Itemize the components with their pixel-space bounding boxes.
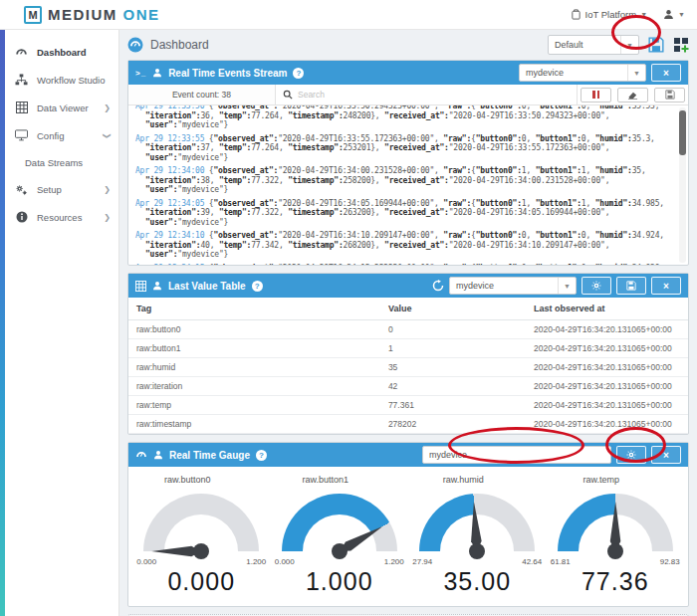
event-count: Event count: 38: [128, 85, 276, 104]
table-cell: 2020-04-29T16:34:20.131065+00:00: [526, 358, 688, 377]
info-icon: [15, 211, 28, 223]
device-input[interactable]: [422, 446, 611, 464]
brand-one: ONE: [123, 6, 160, 23]
brand-logo: M MEDIUM ONE: [24, 6, 160, 24]
sidebar-item-config[interactable]: Config ❯: [5, 121, 118, 149]
sidebar-item-resources[interactable]: Resources ❯: [5, 203, 118, 231]
gauge: raw.button0 0.000 1.200 0.000: [132, 475, 271, 596]
export-stream-button[interactable]: [654, 88, 685, 103]
gear-icon: [591, 281, 601, 291]
widget-settings-button[interactable]: [616, 446, 646, 464]
column-header: Last observed at: [526, 298, 688, 320]
table-cell: 35: [380, 358, 526, 377]
sidebar-item-data-viewer[interactable]: Data Viewer ❯: [5, 94, 118, 121]
help-icon[interactable]: ?: [293, 68, 304, 79]
device-select[interactable]: mydevice ▼: [519, 64, 646, 82]
log-entry: Apr 29 12:34:10 {"observed_at":"2020-04-…: [135, 231, 674, 260]
save-dashboard-button[interactable]: [648, 37, 664, 53]
log-json: {"observed_at":"2020-04-29T16:34:00.2315…: [145, 166, 646, 194]
close-icon: ×: [663, 281, 669, 292]
gear-icon: [626, 450, 636, 460]
gauge-min: 0.000: [136, 557, 156, 566]
page-header: Dashboard Default ▼: [127, 30, 689, 60]
clear-stream-button[interactable]: [617, 88, 648, 103]
table-row: raw:timestamp2782022020-04-29T16:34:20.1…: [128, 415, 688, 434]
refresh-icon[interactable]: [432, 280, 444, 292]
speedometer-icon: [135, 449, 147, 461]
log-timestamp: Apr 29 12:34:05: [135, 199, 204, 208]
table-cell: 2020-04-29T16:34:20.131065+00:00: [526, 377, 688, 396]
search-input[interactable]: [298, 90, 570, 100]
help-icon[interactable]: ?: [252, 281, 263, 292]
save-icon: [665, 90, 675, 100]
gauge-min: 0.000: [275, 557, 295, 566]
pause-stream-button[interactable]: [581, 88, 611, 103]
sitemap-icon: [15, 74, 28, 86]
help-icon[interactable]: ?: [256, 450, 267, 461]
export-widget-button[interactable]: [616, 277, 646, 295]
dashboard-select-value: Default: [549, 40, 620, 50]
table-cell: 278202: [380, 415, 526, 434]
log-entry: Apr 29 12:33:50 {"observed_at":"2020-04-…: [135, 105, 674, 130]
gauge-value: 77.36: [581, 567, 649, 596]
device-select-value: mydevice: [520, 68, 627, 78]
device-select-value: mydevice: [450, 281, 558, 291]
log-json: {"observed_at":"2020-04-29T16:33:50.2943…: [145, 105, 659, 129]
chevron-right-icon: ❯: [104, 213, 111, 222]
gauge-value: 35.00: [443, 567, 511, 596]
search-icon: [283, 90, 293, 100]
sidebar-item-data-streams[interactable]: Data Streams: [5, 149, 118, 175]
column-header: Tag: [128, 298, 380, 320]
user-icon: [663, 9, 674, 20]
table-cell: 2020-04-29T16:34:20.131065+00:00: [526, 339, 688, 358]
close-widget-button[interactable]: ×: [651, 277, 681, 295]
log-json: {"observed_at":"2020-04-29T16:33:55.1723…: [145, 134, 655, 162]
last-value-tbody: raw:button002020-04-29T16:34:20.131065+0…: [128, 320, 688, 434]
terminal-icon: >_: [135, 69, 146, 78]
table-cell: raw:humid: [128, 358, 380, 377]
table-cell: raw:button1: [128, 339, 380, 358]
chevron-right-icon: ❯: [104, 103, 111, 112]
event-log: Apr 29 12:33:50 {"observed_at":"2020-04-…: [135, 105, 674, 265]
table-cell: 2020-04-29T16:34:20.131065+00:00: [526, 396, 688, 415]
table-icon: [135, 281, 146, 292]
widget-title: Real Time Gauge: [169, 450, 250, 461]
close-widget-button[interactable]: ×: [651, 446, 681, 464]
log-entry: Apr 29 12:33:55 {"observed_at":"2020-04-…: [135, 134, 674, 163]
pause-icon: [597, 91, 600, 99]
events-stream-widget: >_ Real Time Events Stream ? mydevice ▼ …: [127, 60, 689, 266]
table-cell: 77.361: [380, 396, 526, 415]
last-value-table: Tag Value Last observed at raw:button002…: [128, 298, 688, 434]
sidebar-item-label: Config: [37, 130, 64, 141]
event-log-area: Apr 29 12:33:50 {"observed_at":"2020-04-…: [128, 105, 688, 265]
sidebar-item-label: Dashboard: [37, 47, 87, 58]
table-cell: 2020-04-29T16:34:20.131065+00:00: [526, 415, 688, 434]
sidebar-item-setup[interactable]: Setup ❯: [5, 175, 118, 203]
close-widget-button[interactable]: ×: [651, 64, 681, 82]
gauge-needle-pivot: [607, 543, 623, 559]
widget-settings-button[interactable]: [581, 277, 611, 295]
table-header-row: Tag Value Last observed at: [128, 298, 688, 320]
chevron-down-icon: ❯: [103, 132, 112, 139]
add-widget-button[interactable]: [673, 37, 689, 53]
sidebar-item-label: Data Streams: [25, 157, 83, 168]
scrollbar-thumb[interactable]: [679, 110, 686, 155]
user-menu[interactable]: ▼: [663, 9, 685, 20]
sidebar-item-label: Resources: [37, 212, 82, 223]
scrollbar-track[interactable]: [679, 107, 686, 263]
chevron-down-icon: ▼: [627, 65, 645, 81]
sidebar-item-workflow-studio[interactable]: Workflow Studio: [5, 66, 118, 94]
table-row: raw:button002020-04-29T16:34:20.131065+0…: [128, 320, 688, 339]
table-row: raw:button112020-04-29T16:34:20.131065+0…: [128, 339, 688, 358]
brand-logo-text: MEDIUM ONE: [48, 6, 160, 23]
table-cell: raw:temp: [128, 396, 380, 415]
platform-menu[interactable]: IoT Platform ▼: [571, 9, 648, 20]
dashboard-select[interactable]: Default ▼: [548, 35, 639, 55]
device-select[interactable]: mydevice ▼: [449, 277, 577, 295]
gauge-value: 1.000: [306, 567, 373, 596]
log-json: {"observed_at":"2020-04-29T16:34:05.1699…: [145, 199, 664, 227]
sidebar-item-dashboard[interactable]: Dashboard: [5, 38, 118, 66]
table-cell: raw:timestamp: [128, 415, 380, 434]
table-cell: 2020-04-29T16:34:20.131065+00:00: [526, 320, 688, 339]
table-cell: 0: [380, 320, 526, 339]
